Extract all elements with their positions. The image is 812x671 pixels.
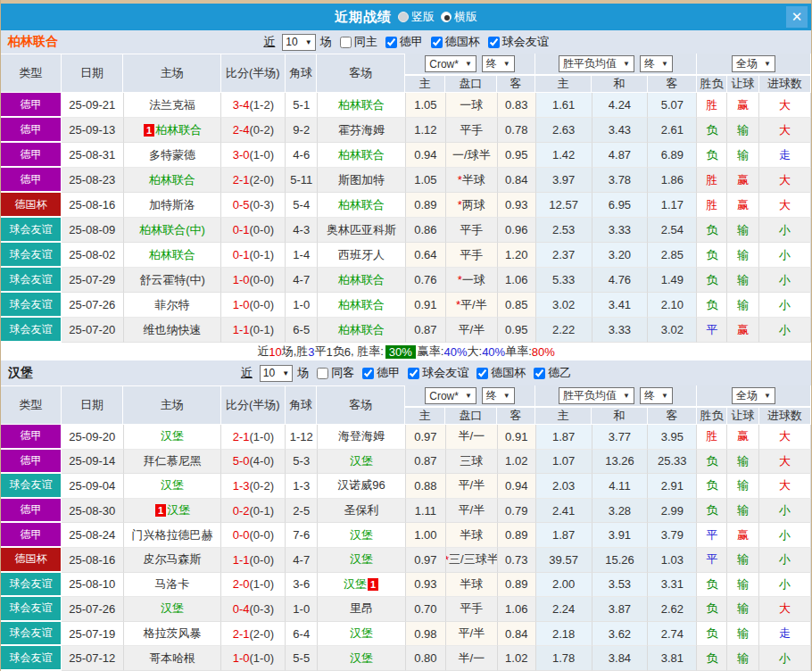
- home-team-name: 柏林联合: [155, 122, 202, 138]
- same-venue-checkbox[interactable]: [340, 37, 352, 48]
- match-count-select[interactable]: 10▼: [260, 365, 293, 382]
- home-team-name: 菲尔特: [155, 297, 190, 313]
- header-wl: 胜负: [697, 407, 727, 425]
- summary-text: 40%: [443, 345, 467, 359]
- mean-home-cell: 5.33: [536, 268, 592, 293]
- header-dropdown[interactable]: 终▼: [482, 55, 515, 72]
- match-filters: 近10▼场同主德甲德国杯球会友谊: [263, 34, 548, 51]
- odds-home-cell: 0.87: [406, 450, 446, 475]
- header-dropdown[interactable]: 终▼: [640, 55, 673, 72]
- handicap-cell: 平/半: [446, 318, 498, 343]
- odds-home-cell: 0.94: [406, 143, 446, 168]
- mean-draw-cell: 3.33: [592, 218, 649, 243]
- radio-horizontal-layout[interactable]: 横版: [441, 9, 477, 25]
- radio-icon[interactable]: [398, 12, 409, 22]
- header-goals: 进球数: [759, 407, 811, 425]
- home-team-name: 舒云霍特(中): [139, 272, 205, 288]
- result-goals: 小: [759, 499, 811, 524]
- recent-link[interactable]: 近: [263, 34, 275, 50]
- handicap-cell: *一球: [446, 268, 498, 293]
- corner-count: 7-6: [286, 523, 318, 548]
- chevron-down-icon: ▼: [764, 392, 771, 400]
- score-cell: 2-0(1-0): [221, 573, 286, 598]
- games-word: 场: [320, 34, 332, 50]
- odds-home-cell: 0.97: [406, 548, 446, 573]
- page-title: 近期战绩: [335, 9, 392, 26]
- halftime-score: (1-0): [250, 651, 274, 665]
- match-row: 球会友谊25-07-26菲尔特1-0(0-0)1-0柏林联合0.91*平/半0.…: [1, 293, 811, 318]
- header-dropdown[interactable]: Crow*▼: [425, 387, 476, 404]
- home-team-cell: 柏林联合: [124, 168, 222, 193]
- league-checkbox-球会友谊[interactable]: [488, 37, 500, 48]
- match-row: 德甲25-09-20汉堡2-1(1-0)1-12海登海姆0.97半/一0.911…: [1, 425, 811, 450]
- header-dropdown[interactable]: 全场▼: [732, 55, 775, 72]
- header-dropdown[interactable]: 胜平负均值▼: [559, 387, 634, 404]
- odds-away-cell: 0.89: [498, 523, 536, 548]
- result-handicap: 输: [727, 450, 759, 475]
- summary-text: 大:: [468, 344, 483, 360]
- away-team-cell: 汉堡1: [318, 573, 406, 598]
- league-checkbox-德国杯[interactable]: [476, 368, 488, 379]
- red-number-badge: 1: [144, 124, 154, 137]
- halftime-score: (1-0): [250, 577, 274, 591]
- league-badge: 球会友谊: [1, 268, 62, 293]
- league-checkbox-德甲[interactable]: [362, 368, 374, 379]
- dropdown-row: Crow*▼终▼胜平负均值▼终▼全场▼: [405, 54, 811, 75]
- red-number-badge: 1: [155, 504, 166, 517]
- halftime-score: (0-0): [250, 298, 274, 311]
- same-venue-checkbox[interactable]: [317, 368, 328, 379]
- match-count-select[interactable]: 10▼: [282, 34, 315, 51]
- away-team-cell: 汉堡: [318, 622, 406, 647]
- home-team-name: 柏林联合: [149, 172, 195, 188]
- away-team-cell: 霍芬海姆: [318, 118, 406, 143]
- mean-home-cell: 1.87: [536, 523, 592, 548]
- header-dropdown[interactable]: 终▼: [640, 387, 673, 404]
- league-badge: 球会友谊: [1, 474, 62, 499]
- mean-home-cell: 3.97: [536, 168, 592, 193]
- radio-vertical-layout[interactable]: 竖版: [398, 9, 435, 25]
- away-team-name: 奥林匹亚科斯: [327, 222, 396, 238]
- radio-checked-icon[interactable]: [441, 12, 452, 22]
- away-team-cell: 汉诺威96: [318, 474, 406, 499]
- header-dropdown[interactable]: Crow*▼: [425, 55, 476, 72]
- radio-vertical-label: 竖版: [411, 9, 435, 25]
- summary-text: 单率:: [505, 344, 532, 360]
- match-row: 德甲25-08-31多特蒙德3-0(1-0)4-6柏林联合0.94一/球半0.9…: [1, 143, 811, 168]
- close-button[interactable]: ✕: [786, 6, 808, 28]
- recent-link[interactable]: 近: [241, 365, 253, 381]
- mean-home-cell: 2.41: [536, 499, 592, 524]
- header-dropdown[interactable]: 胜平负均值▼: [559, 55, 634, 72]
- away-team-name: 汉堡: [350, 453, 373, 469]
- match-row: 德甲25-09-14拜仁慕尼黑5-0(4-0)5-3汉堡0.87三球1.021.…: [1, 450, 811, 475]
- handicap-text: 平/半: [460, 297, 487, 313]
- match-date: 25-07-12: [62, 646, 124, 671]
- match-date: 25-07-26: [62, 597, 124, 622]
- match-row: 德国杯25-08-16加特斯洛0-5(0-3)5-4柏林联合0.89*两球0.9…: [1, 193, 811, 218]
- home-team-name: 汉堡: [161, 477, 184, 493]
- odds-home-cell: 0.97: [406, 425, 446, 450]
- league-checkbox-德甲[interactable]: [385, 37, 397, 48]
- header-handicap: 盘口: [445, 75, 497, 93]
- header-dropdown[interactable]: 全场▼: [732, 387, 775, 404]
- score-cell: 3-0(1-0): [221, 143, 286, 168]
- mean-draw-cell: 3.33: [592, 318, 649, 343]
- score-cell: 0-2(0-1): [221, 499, 286, 524]
- score-cell: 0-4(0-3): [221, 597, 286, 622]
- chevron-down-icon: ▼: [282, 369, 289, 377]
- away-team-cell: 西班牙人: [318, 243, 406, 268]
- match-date: 25-09-13: [62, 118, 124, 143]
- header-dropdown[interactable]: 终▼: [482, 387, 515, 404]
- corner-count: 6-5: [286, 318, 318, 343]
- home-team-cell: 马洛卡: [124, 573, 222, 598]
- league-badge: 德甲: [1, 523, 62, 548]
- odds-home-cell: 1.05: [406, 168, 446, 193]
- league-checkbox-德乙[interactable]: [534, 368, 545, 379]
- league-checkbox-德国杯[interactable]: [431, 37, 443, 48]
- league-checkbox-球会友谊[interactable]: [408, 368, 419, 379]
- away-team-cell: 汉堡: [318, 548, 406, 573]
- result-winloss: 负: [697, 622, 727, 647]
- corner-count: 3-6: [286, 573, 318, 598]
- handicap-cell: 半球: [446, 523, 498, 548]
- result-winloss: 负: [697, 218, 727, 243]
- record-summary: 近10场,胜3平1负6, 胜率:30% 赢率:40% 大:40% 单率:80%: [1, 343, 811, 360]
